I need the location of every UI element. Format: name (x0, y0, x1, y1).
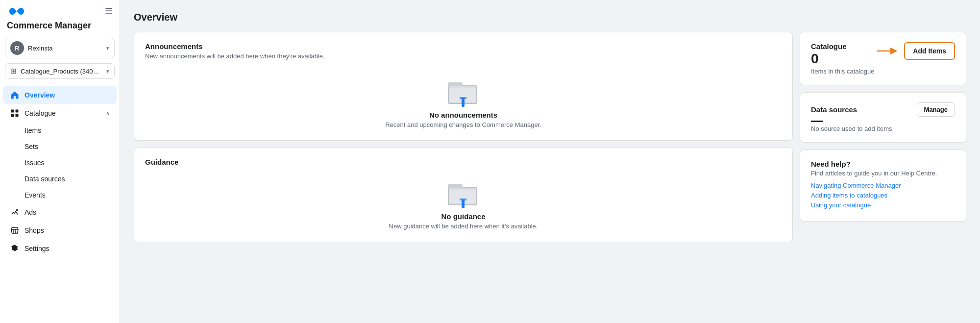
sidebar-item-sets[interactable]: Sets (3, 139, 117, 154)
events-label: Events (24, 191, 46, 199)
data-sources-header: Data sources Manage (811, 102, 955, 117)
catalogue-info: Catalogue 0 Items in this catalogue (811, 42, 874, 75)
catalogue-icon (10, 109, 20, 118)
help-subtitle: Find articles to guide you in our Help C… (811, 170, 955, 177)
sets-label: Sets (24, 143, 38, 150)
sidebar-item-ads[interactable]: Ads (3, 203, 117, 221)
main-nav: Overview Catalogue ∧ Items Sets Issues D… (0, 86, 120, 258)
account-name: Rexinsta (28, 45, 102, 52)
catalogue-widget-label: Catalogue (811, 42, 874, 50)
dash-separator (811, 121, 823, 122)
account-selector[interactable]: R Rexinsta ▾ (5, 38, 115, 58)
svg-rect-3 (16, 114, 19, 117)
guidance-card: Guidance No guidance New guidance will b… (134, 148, 793, 242)
svg-rect-0 (11, 110, 14, 113)
add-items-button[interactable]: Add Items (904, 42, 955, 60)
catalogue-count: 0 (811, 51, 874, 67)
guidance-empty-area: No guidance New guidance will be added h… (145, 168, 782, 232)
data-sources-title: Data sources (811, 105, 857, 114)
svg-rect-16 (460, 199, 466, 200)
meta-logo-svg (7, 6, 26, 16)
announcements-empty-desc: Recent and upcoming changes to Commerce … (385, 121, 541, 128)
guidance-title: Guidance (145, 158, 782, 166)
grid-icon: ⊞ (10, 67, 17, 75)
sidebar-item-data-sources[interactable]: Data sources (3, 171, 117, 187)
folder-icon (444, 72, 483, 111)
gear-icon (10, 244, 20, 253)
avatar: R (10, 41, 24, 55)
announcements-empty-area: No announcements Recent and upcoming cha… (145, 67, 782, 130)
svg-rect-1 (16, 110, 19, 113)
sidebar-item-overview[interactable]: Overview (3, 86, 117, 104)
sidebar-item-events[interactable]: Events (3, 187, 117, 203)
left-column: Announcements New announcements will be … (134, 32, 793, 242)
help-title: Need help? (811, 160, 955, 168)
ads-label: Ads (24, 208, 110, 216)
arrow-annotation (876, 45, 900, 57)
shops-label: Shops (24, 226, 110, 234)
data-sources-card: Data sources Manage No source used to ad… (800, 92, 966, 143)
catalogue-card-header: Catalogue 0 Items in this catalogue (811, 42, 955, 75)
ads-icon (10, 208, 20, 217)
right-column: Catalogue 0 Items in this catalogue (800, 32, 966, 242)
sidebar-item-items[interactable]: Items (3, 123, 117, 138)
sidebar-item-shops[interactable]: Shops (3, 222, 117, 239)
sidebar-top: ☰ (0, 0, 120, 21)
page-title: Overview (134, 12, 966, 23)
help-link-1[interactable]: Adding items to catalogues (811, 192, 955, 199)
overview-label: Overview (24, 91, 110, 99)
hamburger-menu-icon[interactable]: ☰ (105, 6, 113, 17)
help-link-2[interactable]: Using your catalogue (811, 201, 955, 209)
catalogue-widget-card: Catalogue 0 Items in this catalogue (800, 32, 966, 85)
announcements-subtitle: New announcements will be added here whe… (145, 52, 782, 60)
data-sources-label: Data sources (24, 175, 65, 183)
home-icon (10, 91, 20, 99)
guidance-empty-desc: New guidance will be added here when it'… (389, 223, 538, 230)
main-content: Overview Announcements New announcements… (120, 0, 980, 323)
svg-rect-10 (460, 97, 466, 99)
catalogue-label: Catalogue (24, 109, 101, 117)
sidebar-item-issues[interactable]: Issues (3, 155, 117, 171)
meta-logo (7, 6, 26, 16)
sidebar-item-catalogue[interactable]: Catalogue ∧ (3, 104, 117, 122)
chevron-up-icon: ∧ (106, 110, 110, 117)
add-items-container: Add Items (876, 42, 955, 60)
help-link-0[interactable]: Navigating Commerce Manager (811, 182, 955, 189)
catalogue-items-label: Items in this catalogue (811, 68, 874, 75)
settings-label: Settings (24, 245, 110, 252)
catalogue-name: Catalogue_Products (34078... (21, 68, 102, 75)
content-grid: Announcements New announcements will be … (134, 32, 966, 242)
svg-rect-15 (462, 199, 465, 208)
guidance-empty-title: No guidance (441, 212, 485, 221)
no-source-text: No source used to add items (811, 125, 955, 132)
guidance-folder-icon (444, 173, 483, 212)
app-title: Commerce Manager (0, 21, 120, 36)
catalogue-submenu: Items Sets Issues Data sources Events (0, 123, 120, 203)
svg-rect-9 (462, 98, 465, 107)
chevron-down-icon: ▾ (106, 68, 109, 75)
svg-rect-2 (11, 114, 14, 117)
shops-icon (10, 226, 20, 235)
announcements-card: Announcements New announcements will be … (134, 32, 793, 141)
announcements-empty-title: No announcements (429, 111, 497, 119)
sidebar-item-settings[interactable]: Settings (3, 240, 117, 257)
catalogue-selector[interactable]: ⊞ Catalogue_Products (34078... ▾ (5, 63, 115, 79)
items-label: Items (24, 126, 41, 134)
issues-label: Issues (24, 159, 44, 167)
sidebar: ☰ Commerce Manager R Rexinsta ▾ ⊞ Catalo… (0, 0, 120, 323)
announcements-title: Announcements (145, 42, 782, 50)
help-card: Need help? Find articles to guide you in… (800, 149, 966, 222)
manage-button[interactable]: Manage (917, 102, 955, 117)
chevron-down-icon: ▾ (106, 45, 109, 51)
svg-point-4 (17, 210, 18, 211)
